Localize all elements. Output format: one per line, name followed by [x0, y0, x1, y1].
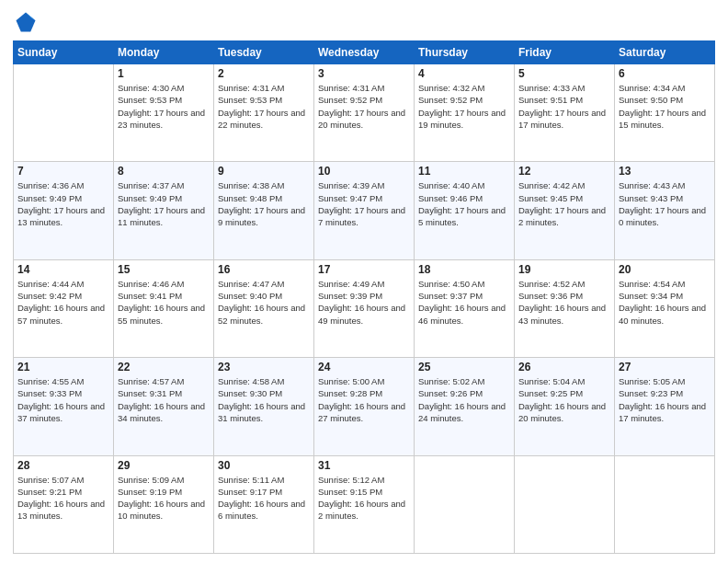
calendar-cell: 5Sunrise: 4:33 AM Sunset: 9:51 PM Daylig… — [515, 64, 615, 162]
day-number: 14 — [17, 263, 109, 276]
calendar-cell: 18Sunrise: 4:50 AM Sunset: 9:37 PM Dayli… — [415, 259, 515, 357]
day-number: 16 — [218, 263, 310, 276]
day-info: Sunrise: 4:43 AM Sunset: 9:43 PM Dayligh… — [619, 179, 711, 228]
day-info: Sunrise: 4:31 AM Sunset: 9:53 PM Dayligh… — [218, 82, 310, 131]
calendar-cell: 13Sunrise: 4:43 AM Sunset: 9:43 PM Dayli… — [615, 162, 715, 259]
calendar-cell: 22Sunrise: 4:57 AM Sunset: 9:31 PM Dayli… — [114, 358, 214, 455]
calendar-week-1: 1Sunrise: 4:30 AM Sunset: 9:53 PM Daylig… — [14, 64, 715, 162]
day-info: Sunrise: 4:54 AM Sunset: 9:34 PM Dayligh… — [619, 278, 711, 327]
column-header-monday: Monday — [114, 41, 214, 64]
day-number: 5 — [518, 67, 610, 80]
calendar-cell: 10Sunrise: 4:39 AM Sunset: 9:47 PM Dayli… — [314, 162, 415, 259]
calendar-week-5: 28Sunrise: 5:07 AM Sunset: 9:21 PM Dayli… — [14, 455, 715, 553]
calendar-cell: 27Sunrise: 5:05 AM Sunset: 9:23 PM Dayli… — [615, 358, 715, 455]
day-number: 12 — [518, 165, 610, 178]
calendar-cell — [415, 455, 515, 553]
calendar-cell: 1Sunrise: 4:30 AM Sunset: 9:53 PM Daylig… — [114, 64, 214, 162]
column-header-friday: Friday — [515, 41, 615, 64]
day-number: 29 — [118, 459, 210, 472]
day-info: Sunrise: 4:57 AM Sunset: 9:31 PM Dayligh… — [118, 375, 210, 424]
calendar-cell: 9Sunrise: 4:38 AM Sunset: 9:48 PM Daylig… — [214, 162, 314, 259]
day-info: Sunrise: 4:44 AM Sunset: 9:42 PM Dayligh… — [17, 278, 109, 327]
day-number: 17 — [318, 263, 410, 276]
day-number: 28 — [17, 459, 109, 472]
calendar-cell: 16Sunrise: 4:47 AM Sunset: 9:40 PM Dayli… — [214, 259, 314, 357]
day-info: Sunrise: 4:39 AM Sunset: 9:47 PM Dayligh… — [318, 179, 410, 228]
calendar-cell: 11Sunrise: 4:40 AM Sunset: 9:46 PM Dayli… — [415, 162, 515, 259]
day-info: Sunrise: 4:31 AM Sunset: 9:52 PM Dayligh… — [318, 82, 410, 131]
day-info: Sunrise: 4:32 AM Sunset: 9:52 PM Dayligh… — [418, 82, 510, 131]
calendar-cell: 2Sunrise: 4:31 AM Sunset: 9:53 PM Daylig… — [214, 64, 314, 162]
page-header — [13, 9, 715, 35]
day-info: Sunrise: 4:47 AM Sunset: 9:40 PM Dayligh… — [218, 278, 310, 327]
calendar-cell: 15Sunrise: 4:46 AM Sunset: 9:41 PM Dayli… — [114, 259, 214, 357]
day-number: 31 — [318, 459, 410, 472]
calendar-cell: 17Sunrise: 4:49 AM Sunset: 9:39 PM Dayli… — [314, 259, 415, 357]
day-number: 30 — [218, 459, 310, 472]
day-number: 6 — [619, 67, 711, 80]
logo — [13, 9, 42, 35]
calendar-cell: 29Sunrise: 5:09 AM Sunset: 9:19 PM Dayli… — [114, 455, 214, 553]
day-number: 15 — [118, 263, 210, 276]
day-info: Sunrise: 4:46 AM Sunset: 9:41 PM Dayligh… — [118, 278, 210, 327]
day-number: 4 — [418, 67, 510, 80]
column-header-thursday: Thursday — [415, 41, 515, 64]
day-number: 7 — [17, 165, 109, 178]
day-info: Sunrise: 5:07 AM Sunset: 9:21 PM Dayligh… — [17, 474, 109, 523]
day-number: 21 — [17, 361, 109, 373]
day-number: 2 — [218, 67, 310, 80]
day-number: 20 — [619, 263, 711, 276]
day-number: 23 — [218, 361, 310, 373]
calendar-cell — [14, 64, 114, 162]
calendar-cell: 26Sunrise: 5:04 AM Sunset: 9:25 PM Dayli… — [515, 358, 615, 455]
day-number: 25 — [418, 361, 510, 373]
day-number: 9 — [218, 165, 310, 178]
day-number: 19 — [518, 263, 610, 276]
calendar-cell: 28Sunrise: 5:07 AM Sunset: 9:21 PM Dayli… — [14, 455, 114, 553]
day-info: Sunrise: 5:04 AM Sunset: 9:25 PM Dayligh… — [518, 375, 610, 424]
calendar-cell: 12Sunrise: 4:42 AM Sunset: 9:45 PM Dayli… — [515, 162, 615, 259]
day-number: 8 — [118, 165, 210, 178]
logo-icon — [13, 9, 39, 35]
day-number: 10 — [318, 165, 410, 178]
column-header-saturday: Saturday — [615, 41, 715, 64]
calendar-cell: 21Sunrise: 4:55 AM Sunset: 9:33 PM Dayli… — [14, 358, 114, 455]
day-info: Sunrise: 4:42 AM Sunset: 9:45 PM Dayligh… — [518, 179, 610, 228]
column-header-sunday: Sunday — [14, 41, 114, 64]
calendar-cell: 31Sunrise: 5:12 AM Sunset: 9:15 PM Dayli… — [314, 455, 415, 553]
day-info: Sunrise: 5:11 AM Sunset: 9:17 PM Dayligh… — [218, 474, 310, 523]
day-number: 27 — [619, 361, 711, 373]
calendar-cell — [515, 455, 615, 553]
day-info: Sunrise: 5:05 AM Sunset: 9:23 PM Dayligh… — [619, 375, 711, 424]
day-info: Sunrise: 4:55 AM Sunset: 9:33 PM Dayligh… — [17, 375, 109, 424]
day-info: Sunrise: 5:00 AM Sunset: 9:28 PM Dayligh… — [318, 375, 410, 424]
day-number: 11 — [418, 165, 510, 178]
calendar-week-4: 21Sunrise: 4:55 AM Sunset: 9:33 PM Dayli… — [14, 358, 715, 455]
day-number: 24 — [318, 361, 410, 373]
day-info: Sunrise: 4:49 AM Sunset: 9:39 PM Dayligh… — [318, 278, 410, 327]
calendar-cell: 23Sunrise: 4:58 AM Sunset: 9:30 PM Dayli… — [214, 358, 314, 455]
svg-marker-0 — [17, 13, 36, 32]
day-info: Sunrise: 4:50 AM Sunset: 9:37 PM Dayligh… — [418, 278, 510, 327]
day-info: Sunrise: 5:09 AM Sunset: 9:19 PM Dayligh… — [118, 474, 210, 523]
day-number: 22 — [118, 361, 210, 373]
day-info: Sunrise: 5:12 AM Sunset: 9:15 PM Dayligh… — [318, 474, 410, 523]
day-info: Sunrise: 4:40 AM Sunset: 9:46 PM Dayligh… — [418, 179, 510, 228]
column-header-tuesday: Tuesday — [214, 41, 314, 64]
calendar-header-row: SundayMondayTuesdayWednesdayThursdayFrid… — [14, 41, 715, 64]
day-info: Sunrise: 4:37 AM Sunset: 9:49 PM Dayligh… — [118, 179, 210, 228]
day-info: Sunrise: 5:02 AM Sunset: 9:26 PM Dayligh… — [418, 375, 510, 424]
day-number: 3 — [318, 67, 410, 80]
calendar-cell: 6Sunrise: 4:34 AM Sunset: 9:50 PM Daylig… — [615, 64, 715, 162]
calendar-cell: 14Sunrise: 4:44 AM Sunset: 9:42 PM Dayli… — [14, 259, 114, 357]
day-info: Sunrise: 4:34 AM Sunset: 9:50 PM Dayligh… — [619, 82, 711, 131]
day-info: Sunrise: 4:52 AM Sunset: 9:36 PM Dayligh… — [518, 278, 610, 327]
calendar-cell: 24Sunrise: 5:00 AM Sunset: 9:28 PM Dayli… — [314, 358, 415, 455]
calendar-cell: 19Sunrise: 4:52 AM Sunset: 9:36 PM Dayli… — [515, 259, 615, 357]
calendar-week-3: 14Sunrise: 4:44 AM Sunset: 9:42 PM Dayli… — [14, 259, 715, 357]
calendar-week-2: 7Sunrise: 4:36 AM Sunset: 9:49 PM Daylig… — [14, 162, 715, 259]
day-info: Sunrise: 4:36 AM Sunset: 9:49 PM Dayligh… — [17, 179, 109, 228]
day-number: 13 — [619, 165, 711, 178]
calendar-cell — [615, 455, 715, 553]
day-number: 18 — [418, 263, 510, 276]
